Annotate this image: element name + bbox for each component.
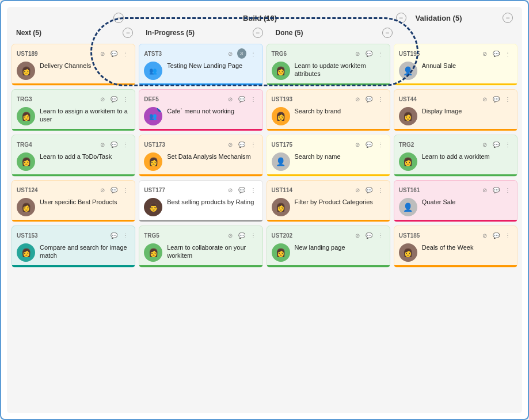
card-separator xyxy=(12,265,135,267)
more-icon[interactable]: ⋮ xyxy=(121,49,130,58)
block-icon[interactable]: ⊘ xyxy=(98,185,107,194)
chat-icon[interactable]: 💬 xyxy=(109,185,119,194)
more-icon[interactable]: ⋮ xyxy=(503,94,512,104)
block-icon[interactable]: ⊘ xyxy=(98,49,107,58)
avatar: 👤 xyxy=(399,198,417,216)
more-icon[interactable]: ⋮ xyxy=(503,185,512,194)
card-UST185[interactable]: UST185 ⊘ 💬 ⋮ 👩 Deals of the Week xyxy=(394,226,517,268)
done-collapse-button[interactable]: − xyxy=(382,28,393,38)
block-icon[interactable]: ⊘ xyxy=(353,185,362,194)
chat-icon[interactable]: 💬 xyxy=(492,94,501,104)
card-UST195[interactable]: UST195 ⊘ 💬 ⋮ 👤 Annual Sale xyxy=(394,44,517,86)
avatar: 👩 xyxy=(17,152,35,171)
inprogress-collapse-button[interactable]: − xyxy=(253,28,263,38)
chat-icon[interactable]: 💬 xyxy=(237,94,246,104)
block-icon[interactable]: ⊘ xyxy=(226,49,235,58)
card-UST175[interactable]: UST175 ⊘ 💬 ⋮ 👤 Search by name xyxy=(267,135,390,177)
more-icon[interactable]: ⋮ xyxy=(376,49,385,58)
more-icon[interactable]: ⋮ xyxy=(376,140,385,149)
more-icon[interactable]: ⋮ xyxy=(503,49,512,58)
block-icon[interactable]: ⊘ xyxy=(226,185,235,194)
block-icon[interactable]: ⊘ xyxy=(480,94,489,104)
chat-icon[interactable]: 💬 xyxy=(237,231,246,240)
sub-header-row: Next (5) − In-Progress (5) − Done (5) − xyxy=(7,25,522,44)
card-UST161[interactable]: UST161 ⊘ 💬 ⋮ 👤 Quater Sale xyxy=(394,180,517,222)
card-separator xyxy=(394,129,517,131)
block-icon[interactable]: ⊘ xyxy=(98,140,107,149)
card-UST114[interactable]: UST114 ⊘ 💬 ⋮ 👩 Filter by Product Categor… xyxy=(267,180,390,222)
more-icon[interactable]: ⋮ xyxy=(376,231,385,240)
card-UST193[interactable]: UST193 ⊘ 💬 ⋮ 👩 Search by brand xyxy=(267,89,390,131)
card-TRG3[interactable]: TRG3 ⊘ 💬 ⋮ 👩 Learn to assign a workitem … xyxy=(12,89,135,131)
block-icon[interactable]: ⊘ xyxy=(480,49,489,58)
more-icon[interactable]: ⋮ xyxy=(121,231,130,240)
block-icon[interactable]: ⊘ xyxy=(353,231,362,240)
chat-icon[interactable]: 💬 xyxy=(492,140,501,149)
avatar: 👩 xyxy=(17,107,35,125)
build-header-title: Build (10) xyxy=(243,14,277,22)
more-icon[interactable]: ⋮ xyxy=(249,185,258,194)
columns-area: UST189 ⊘ 💬 ⋮ 👩 Delivery Channels xyxy=(7,44,522,413)
chat-icon[interactable]: 💬 xyxy=(109,94,119,104)
card-TRG2[interactable]: TRG2 ⊘ 💬 ⋮ 👩 Learn to add a workitem xyxy=(394,135,517,177)
validation-collapse-button[interactable]: − xyxy=(503,13,513,23)
card-TRG6[interactable]: TRG6 ⊘ 💬 ⋮ 👩 Learn to update workitem at… xyxy=(267,44,390,86)
card-UST189[interactable]: UST189 ⊘ 💬 ⋮ 👩 Delivery Channels xyxy=(12,44,135,86)
chat-icon[interactable]: 💬 xyxy=(364,94,374,104)
block-icon[interactable]: ⊘ xyxy=(226,94,235,104)
more-icon[interactable]: ⋮ xyxy=(249,49,258,58)
chat-icon[interactable]: 💬 xyxy=(109,140,119,149)
card-UST44[interactable]: UST44 ⊘ 💬 ⋮ 👩 Display Image xyxy=(394,89,517,131)
more-icon[interactable]: ⋮ xyxy=(121,94,130,104)
chat-icon[interactable]: 💬 xyxy=(237,185,246,194)
block-icon[interactable]: ⊘ xyxy=(226,231,235,240)
more-icon[interactable]: ⋮ xyxy=(249,94,258,104)
inprogress-column: ATST3 ⊘ 3 ⋮ 👥 Tes xyxy=(139,44,262,408)
more-icon[interactable]: ⋮ xyxy=(376,185,385,194)
block-icon[interactable]: ⊘ xyxy=(480,185,489,194)
card-DEF5[interactable]: DEF5 ⊘ 💬 ⋮ 👥 2 Cafe` menu not working xyxy=(139,89,262,131)
next-column-header: Next (5) − xyxy=(12,25,138,40)
chat-icon[interactable]: 💬 xyxy=(237,140,246,149)
more-icon[interactable]: ⋮ xyxy=(249,231,258,240)
card-TRG5[interactable]: TRG5 ⊘ 💬 ⋮ 👩 Learn to collaborate on you… xyxy=(139,226,262,268)
build-collapse-button[interactable]: − xyxy=(113,13,124,23)
block-icon[interactable]: ⊘ xyxy=(480,231,489,240)
avatar: 👤 xyxy=(399,62,417,80)
block-icon[interactable]: ⊘ xyxy=(353,94,362,104)
more-icon[interactable]: ⋮ xyxy=(249,140,258,149)
block-icon[interactable]: ⊘ xyxy=(353,140,362,149)
more-icon[interactable]: ⋮ xyxy=(121,140,130,149)
chat-icon[interactable]: 💬 xyxy=(109,49,119,58)
card-TRG4[interactable]: TRG4 ⊘ 💬 ⋮ 👩 Learn to add a ToDo/Task xyxy=(12,135,135,177)
card-UST177[interactable]: UST177 ⊘ 💬 ⋮ 👨 Best selling products by … xyxy=(139,180,262,222)
more-icon[interactable]: ⋮ xyxy=(121,185,130,194)
card-UST153[interactable]: UST153 💬 ⋮ 👩 Compare and search for imag… xyxy=(12,226,135,268)
block-icon[interactable]: ⊘ xyxy=(98,94,107,104)
chat-icon[interactable]: 💬 xyxy=(364,185,374,194)
card-ATST3[interactable]: ATST3 ⊘ 3 ⋮ 👥 Tes xyxy=(139,44,262,86)
chat-icon[interactable]: 💬 xyxy=(492,49,501,58)
next-header-title: Next (5) xyxy=(16,29,41,37)
chat-icon[interactable]: 💬 xyxy=(364,231,374,240)
card-separator xyxy=(12,129,135,131)
avatar: 👩 xyxy=(144,152,162,171)
more-icon[interactable]: ⋮ xyxy=(503,231,512,240)
validation-column-header: Validation (5) − xyxy=(411,10,517,25)
card-UST173[interactable]: UST173 ⊘ 💬 ⋮ 👩 Set Data Analysis Mechani… xyxy=(139,135,262,177)
block-icon[interactable]: ⊘ xyxy=(226,140,235,149)
more-icon[interactable]: ⋮ xyxy=(503,140,512,149)
more-icon[interactable]: ⋮ xyxy=(376,94,385,104)
chat-icon[interactable]: 💬 xyxy=(364,49,374,58)
chat-icon[interactable]: 💬 xyxy=(492,231,501,240)
next-collapse-button[interactable]: − xyxy=(123,28,133,38)
board-inner: − Build (10) − Validation (5) − Next (5)… xyxy=(7,7,522,413)
card-UST202[interactable]: UST202 ⊘ 💬 ⋮ 👩 New landing page xyxy=(267,226,390,268)
card-UST124[interactable]: UST124 ⊘ 💬 ⋮ 👩 User specific Best Produc… xyxy=(12,180,135,222)
chat-icon[interactable]: 💬 xyxy=(109,231,119,240)
block-icon[interactable]: ⊘ xyxy=(353,49,362,58)
build-collapse-button-right[interactable]: − xyxy=(396,13,406,23)
chat-icon[interactable]: 💬 xyxy=(364,140,374,149)
chat-icon[interactable]: 💬 xyxy=(492,185,501,194)
block-icon[interactable]: ⊘ xyxy=(480,140,489,149)
